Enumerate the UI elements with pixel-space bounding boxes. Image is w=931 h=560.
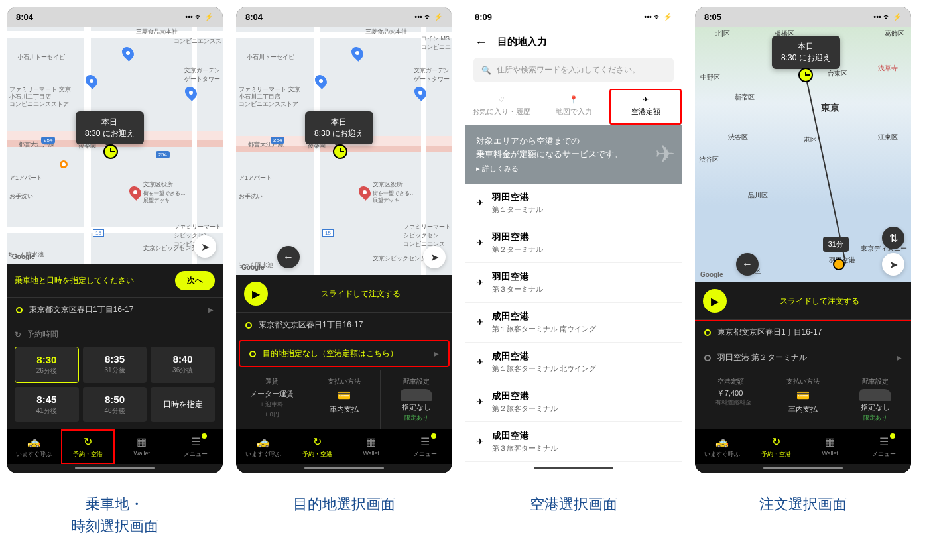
payment-cell[interactable]: 支払い方法 💳 車内支払 xyxy=(767,370,839,429)
plane-icon: ✈ xyxy=(476,277,484,288)
chevron-right-icon: ▶ xyxy=(208,306,214,313)
bottom-panel: ▶ スライドして注文する 東京都文京区春日1丁目16-17 羽田空港 第２ターミ… xyxy=(695,282,911,473)
plane-icon: ✈ xyxy=(476,357,484,367)
tab-map-input[interactable]: 📍地図で入力 xyxy=(538,89,610,125)
map-poi-label: 三菱食品㈱本社 xyxy=(136,28,178,36)
map-view[interactable]: 三菱食品㈱本社 コイン MS コンビニエ 小石川トーセイビ ファミリーマート 文… xyxy=(236,27,452,275)
tab-favorites[interactable]: ♡お気に入り・履歴 xyxy=(466,89,538,125)
bottom-tab-bar: 🚕いますぐ呼ぶ ↻予約・空港 ▦Wallet ☰メニュー xyxy=(7,429,223,464)
back-button[interactable]: ← xyxy=(736,253,759,276)
plane-icon: ✈ xyxy=(643,95,649,104)
plane-icon: ✈ xyxy=(476,197,484,208)
clock-icon: ↻ xyxy=(81,435,94,448)
tab-reserve[interactable]: ↻予約・空港 xyxy=(749,429,804,464)
slide-to-order[interactable]: ▶ スライドして注文する xyxy=(695,281,911,321)
pickup-location-row[interactable]: 東京都文京区春日1丁目16-17 ▶ xyxy=(7,297,223,322)
payment-cell[interactable]: 支払い方法 💳 車内支払 xyxy=(308,370,380,429)
search-input[interactable]: 🔍 住所や検索ワードを入力してください。 xyxy=(473,58,674,82)
map-view[interactable]: 三菱食品㈱本社 コンビニエンスス 小石川トーセイビ ファミリーマート 文京 小石… xyxy=(7,27,223,264)
clock-pin-icon xyxy=(333,144,347,159)
phone-screen-2: 8:04 ••• ᯤ ⚡ 三菱食品㈱本社 コイン MS コンビニエ 小石川トーセ… xyxy=(236,7,452,537)
slide-handle-icon[interactable]: ▶ xyxy=(244,282,268,306)
tab-now[interactable]: 🚕いますぐ呼ぶ xyxy=(7,429,61,464)
duration-badge: 31分 xyxy=(823,237,849,252)
google-logo: Google xyxy=(12,253,34,260)
slide-to-order[interactable]: ▶ スライドして注文する xyxy=(236,275,452,312)
tab-airport-flat[interactable]: ✈空港定額 xyxy=(609,89,682,125)
pickup-tooltip: 本日8:30 にお迎え xyxy=(305,111,373,144)
status-icons: ••• ᯤ ⚡ xyxy=(185,13,214,21)
airport-option[interactable]: ✈成田空港第１旅客ターミナル 南ウイング xyxy=(466,303,682,343)
map-poi-label: お手洗い xyxy=(9,192,33,201)
promo-banner[interactable]: 対象エリアから空港までの 乗車料金が定額になるサービスです。 ▸ 詳しくみる ✈ xyxy=(466,125,682,184)
tab-wallet[interactable]: ▦Wallet xyxy=(344,429,399,464)
destination-row[interactable]: 羽田空港 第２ターミナル ▶ xyxy=(695,345,911,370)
tab-now[interactable]: 🚕いますぐ呼ぶ xyxy=(236,429,290,464)
pin-icon: 📍 xyxy=(569,95,578,104)
status-time: 8:09 xyxy=(475,12,492,22)
clock-icon: ↻ xyxy=(15,330,21,339)
pickup-tooltip: 本日8:30 にお迎え xyxy=(772,36,840,69)
airport-option[interactable]: ✈成田空港第１旅客ターミナル 北ウイング xyxy=(466,343,682,382)
pickup-tooltip: 本日8:30 にお迎え xyxy=(76,111,144,144)
caption: 注文選択画面 xyxy=(695,493,911,515)
back-button[interactable]: ← xyxy=(277,246,300,268)
map-poi-label: 街を一望できる… 展望デッキ xyxy=(143,190,186,204)
airport-option[interactable]: ✈羽田空港第２ターミナル xyxy=(466,223,682,263)
airport-option[interactable]: ✈羽田空港第１ターミナル xyxy=(466,184,682,223)
caption: 空港選択画面 xyxy=(466,493,682,515)
locate-button[interactable]: ➤ xyxy=(194,235,216,258)
time-option[interactable]: 8:3026分後 xyxy=(15,347,79,383)
tab-menu[interactable]: ☰メニュー xyxy=(169,429,223,464)
time-option[interactable]: 8:4036分後 xyxy=(151,347,215,383)
swap-button[interactable]: ⇅ xyxy=(882,227,904,249)
tab-menu[interactable]: ☰メニュー xyxy=(857,429,912,464)
tab-menu[interactable]: ☰メニュー xyxy=(399,429,453,464)
home-indicator xyxy=(534,467,613,469)
dispatch-cell[interactable]: 配車設定 指定なし 限定あり xyxy=(839,370,911,429)
heart-icon: ♡ xyxy=(498,95,505,104)
route-badge: 254 xyxy=(156,151,170,158)
tab-wallet[interactable]: ▦Wallet xyxy=(115,429,169,464)
car-silhouette-icon xyxy=(401,389,432,401)
caption: 乗車地・ 時刻選択画面 xyxy=(7,493,223,537)
fare-cell[interactable]: 空港定額 ¥ 7,400 + 有料道路料金 xyxy=(695,370,767,429)
time-option[interactable]: 8:4541分後 xyxy=(15,387,79,422)
poi-ward-office xyxy=(130,186,141,199)
map-view[interactable]: 北|区 板橋区 葛飾区 中野区 新宿区 台東区 浅草寺 東京 渋谷区 港区 江東… xyxy=(695,27,911,282)
time-option[interactable]: 8:3531分後 xyxy=(83,347,147,383)
airport-option[interactable]: ✈羽田空港第３ターミナル xyxy=(466,263,682,303)
car-silhouette-icon xyxy=(859,389,891,401)
back-icon[interactable]: ← xyxy=(475,34,488,50)
slide-handle-icon[interactable]: ▶ xyxy=(703,289,727,313)
tab-now[interactable]: 🚕いますぐ呼ぶ xyxy=(695,429,749,464)
pickup-location-row[interactable]: 東京都文京区春日1丁目16-17 xyxy=(695,319,911,345)
time-specify-button[interactable]: 日時を指定 xyxy=(151,387,215,422)
destination-row[interactable]: 目的地指定なし（空港定額はこちら） ▶ xyxy=(239,340,450,367)
route-badge: 254 xyxy=(41,137,55,144)
card-icon: 💳 xyxy=(312,389,376,402)
status-bar: 8:09 ••• ᯤ ⚡ xyxy=(466,7,682,27)
next-button[interactable]: 次へ xyxy=(175,271,215,290)
bottom-panel: 乗車地と日時を指定してください 次へ 東京都文京区春日1丁目16-17 ▶ ↻ … xyxy=(7,264,223,473)
tab-wallet[interactable]: ▦Wallet xyxy=(803,429,857,464)
reserve-time-label: ↻ 予約時間 xyxy=(15,329,215,340)
time-option[interactable]: 8:5046分後 xyxy=(83,387,147,422)
pickup-location-row[interactable]: 東京都文京区春日1丁目16-17 xyxy=(236,312,452,337)
chevron-right-icon: ▶ xyxy=(897,354,902,361)
map-poi-label: 文京ガーデン ゲートタワー xyxy=(184,66,220,84)
tab-reserve[interactable]: ↻予約・空港 xyxy=(61,429,115,464)
plane-icon: ✈ xyxy=(476,436,484,447)
airport-option[interactable]: ✈成田空港第３旅客ターミナル xyxy=(466,422,682,462)
airport-option[interactable]: ✈成田空港第２旅客ターミナル xyxy=(466,382,682,422)
locate-button[interactable]: ➤ xyxy=(423,246,446,268)
fare-cell[interactable]: 運賃 メーター運賃 + 迎車料 + 0円 xyxy=(236,370,308,429)
header-title: 目的地入力 xyxy=(497,36,547,48)
home-indicator xyxy=(763,467,843,469)
tab-reserve[interactable]: ↻予約・空港 xyxy=(290,429,345,464)
locate-button[interactable]: ➤ xyxy=(882,253,904,276)
dispatch-cell[interactable]: 配車設定 指定なし 限定あり xyxy=(381,370,452,429)
clock-pin-icon xyxy=(103,144,118,159)
phone-screen-4: 8:05 ••• ᯤ ⚡ 北|区 板橋区 葛飾区 中野区 新宿区 台東区 浅草寺… xyxy=(695,7,911,537)
status-time: 8:04 xyxy=(16,12,33,22)
